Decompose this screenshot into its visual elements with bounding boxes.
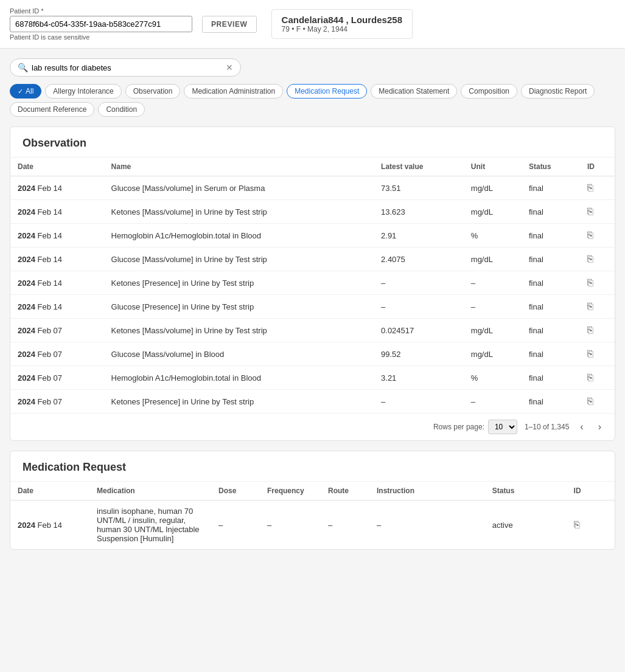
chip-med-statement[interactable]: Medication Statement (371, 84, 457, 99)
obs-col-date: Date (10, 158, 104, 176)
obs-unit: mg/dL (464, 342, 522, 366)
obs-id-copy[interactable]: ⎘ (580, 248, 615, 271)
patient-id-label: Patient ID * (10, 7, 192, 15)
chip-allergy[interactable]: Allergy Intolerance (45, 84, 121, 99)
pagination-prev[interactable]: ‹ (576, 420, 587, 434)
obs-name: Glucose [Mass/volume] in Blood (104, 342, 374, 366)
obs-date: 2024 Feb 07 (10, 366, 104, 390)
pagination-next[interactable]: › (595, 420, 605, 434)
table-row: 2024 Feb 14 Ketones [Presence] in Urine … (10, 271, 615, 295)
chip-doc-ref[interactable]: Document Reference (10, 102, 94, 117)
copy-icon[interactable]: ⎘ (587, 301, 593, 311)
copy-icon[interactable]: ⎘ (587, 372, 593, 383)
obs-unit: mg/dL (464, 319, 522, 342)
patient-id-group: Patient ID * Patient ID is case sensitiv… (10, 7, 192, 41)
table-row: 2024 Feb 07 Hemoglobin A1c/Hemoglobin.to… (10, 366, 615, 390)
copy-icon[interactable]: ⎘ (587, 230, 593, 240)
patient-id-input[interactable] (10, 16, 192, 32)
med-id-copy[interactable]: ⎘ (567, 501, 615, 550)
med-col-status: Status (485, 482, 567, 501)
rows-per-page: Rows per page: 10 25 50 (433, 420, 517, 434)
date-year: 2024 (18, 279, 35, 288)
copy-icon[interactable]: ⎘ (587, 325, 593, 335)
date-month: Feb (38, 207, 54, 216)
obs-status: final (522, 200, 580, 224)
table-row: 2024 Feb 14 Glucose [Presence] in Urine … (10, 295, 615, 319)
obs-value: – (374, 271, 464, 295)
obs-id-copy[interactable]: ⎘ (580, 390, 615, 414)
obs-unit: % (464, 366, 522, 390)
chip-observation-label: Observation (133, 87, 173, 95)
main-content: 🔍 ✕ ✓ All Allergy Intolerance Observatio… (0, 49, 625, 550)
chip-all-label: All (26, 87, 33, 95)
chip-observation[interactable]: Observation (125, 84, 181, 99)
med-col-instruction: Instruction (369, 482, 485, 501)
chip-diagnostic[interactable]: Diagnostic Report (521, 84, 595, 99)
obs-col-unit: Unit (464, 158, 522, 176)
date-day: 07 (54, 397, 62, 406)
obs-id-copy[interactable]: ⎘ (580, 200, 615, 224)
table-row: 2024 Feb 14 insulin isophane, human 70 U… (10, 501, 615, 550)
chip-allergy-label: Allergy Intolerance (53, 87, 113, 95)
date-year: 2024 (18, 255, 35, 264)
search-input[interactable] (32, 63, 226, 72)
obs-id-copy[interactable]: ⎘ (580, 366, 615, 390)
obs-id-copy[interactable]: ⎘ (580, 176, 615, 200)
table-row: 2024 Feb 14 Ketones [Mass/volume] in Uri… (10, 200, 615, 224)
chip-all[interactable]: ✓ All (10, 84, 41, 99)
obs-status: final (522, 319, 580, 342)
obs-id-copy[interactable]: ⎘ (580, 271, 615, 295)
chip-diagnostic-label: Diagnostic Report (529, 87, 587, 95)
date-day: 14 (54, 521, 62, 530)
copy-icon[interactable]: ⎘ (587, 254, 593, 264)
chip-condition[interactable]: Condition (98, 102, 145, 117)
date-day: 14 (54, 279, 62, 288)
copy-icon[interactable]: ⎘ (587, 206, 593, 216)
obs-date: 2024 Feb 14 (10, 271, 104, 295)
date-month: Feb (38, 279, 54, 288)
obs-value: – (374, 295, 464, 319)
med-status: active (485, 501, 567, 550)
clear-icon[interactable]: ✕ (226, 63, 233, 72)
copy-icon[interactable]: ⎘ (587, 277, 593, 288)
search-icon: 🔍 (18, 63, 28, 72)
date-year: 2024 (18, 373, 35, 383)
date-year: 2024 (18, 302, 35, 311)
obs-name: Ketones [Mass/volume] in Urine by Test s… (104, 200, 374, 224)
obs-name: Ketones [Presence] in Urine by Test stri… (104, 271, 374, 295)
observation-table: Date Name Latest value Unit Status ID 20… (10, 158, 615, 413)
obs-id-copy[interactable]: ⎘ (580, 295, 615, 319)
obs-id-copy[interactable]: ⎘ (580, 224, 615, 248)
copy-icon[interactable]: ⎘ (587, 396, 593, 406)
copy-icon[interactable]: ⎘ (587, 182, 593, 193)
obs-value: 73.51 (374, 176, 464, 200)
preview-button[interactable]: PREVIEW (202, 16, 257, 33)
patient-id-hint: Patient ID is case sensitive (10, 33, 192, 41)
obs-id-copy[interactable]: ⎘ (580, 319, 615, 342)
obs-pagination: Rows per page: 10 25 50 1–10 of 1,345 ‹ … (10, 413, 615, 440)
obs-value: – (374, 390, 464, 414)
date-day: 14 (54, 302, 62, 311)
obs-id-copy[interactable]: ⎘ (580, 342, 615, 366)
obs-date: 2024 Feb 14 (10, 295, 104, 319)
rows-per-page-select[interactable]: 10 25 50 (488, 420, 517, 434)
obs-date: 2024 Feb 14 (10, 200, 104, 224)
obs-name: Hemoglobin A1c/Hemoglobin.total in Blood (104, 224, 374, 248)
obs-unit: – (464, 390, 522, 414)
rows-per-page-label: Rows per page: (433, 423, 484, 431)
date-year: 2024 (18, 521, 35, 530)
obs-value: 99.52 (374, 342, 464, 366)
chip-med-admin[interactable]: Medication Administration (184, 84, 283, 99)
copy-icon[interactable]: ⎘ (587, 348, 593, 359)
chip-med-request[interactable]: Medication Request (287, 84, 367, 99)
table-row: 2024 Feb 14 Glucose [Mass/volume] in Uri… (10, 248, 615, 271)
table-row: 2024 Feb 07 Ketones [Presence] in Urine … (10, 390, 615, 414)
copy-icon[interactable]: ⎘ (574, 519, 580, 530)
date-year: 2024 (18, 397, 35, 406)
date-day: 14 (54, 255, 62, 264)
med-instruction: – (369, 501, 485, 550)
obs-value: 2.4075 (374, 248, 464, 271)
date-month: Feb (38, 231, 54, 240)
date-year: 2024 (18, 184, 35, 193)
chip-composition[interactable]: Composition (461, 84, 517, 99)
